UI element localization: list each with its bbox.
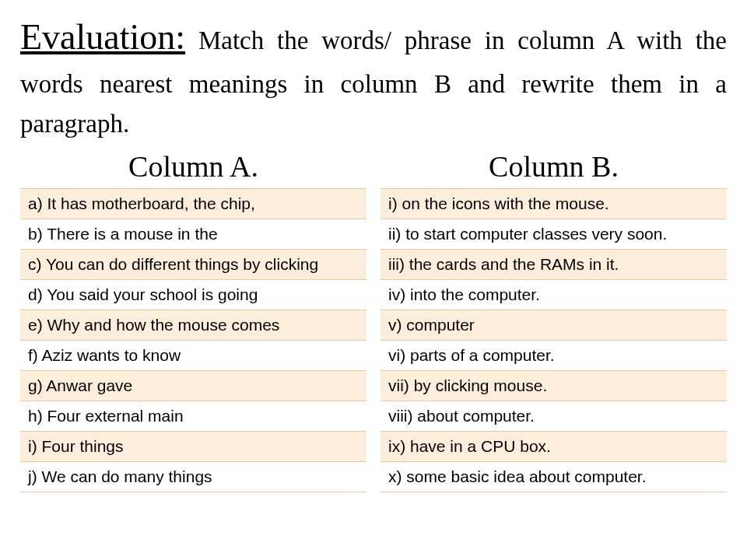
list-item: ix) have in a CPU box.: [381, 432, 727, 462]
list-item: f) Aziz wants to know: [20, 341, 366, 371]
list-item: g) Anwar gave: [20, 371, 366, 401]
list-item: a) It has motherboard, the chip,: [20, 189, 366, 219]
column-a-list: a) It has motherboard, the chip, b) Ther…: [20, 188, 366, 492]
list-item: i) on the icons with the mouse.: [381, 189, 727, 219]
list-item: ii) to start computer classes very soon.: [381, 219, 727, 250]
list-item: iv) into the computer.: [381, 280, 727, 310]
list-item: viii) about computer.: [381, 401, 727, 432]
instruction-paragraph: Evaluation: Match the words/ phrase in c…: [20, 9, 727, 145]
list-item: i) Four things: [20, 432, 366, 462]
column-b-heading: Column B.: [381, 149, 727, 184]
list-item: b) There is a mouse in the: [20, 219, 366, 250]
list-item: v) computer: [381, 310, 727, 341]
list-item: vii) by clicking mouse.: [381, 371, 727, 401]
columns-container: a) It has motherboard, the chip, b) Ther…: [20, 188, 727, 492]
column-a-heading: Column A.: [20, 149, 366, 184]
list-item: iii) the cards and the RAMs in it.: [381, 250, 727, 280]
list-item: h) Four external main: [20, 401, 366, 432]
list-item: e) Why and how the mouse comes: [20, 310, 366, 341]
list-item: j) We can do many things: [20, 462, 366, 492]
list-item: x) some basic idea about computer.: [381, 462, 727, 492]
evaluation-label: Evaluation:: [20, 17, 185, 57]
list-item: vi) parts of a computer.: [381, 341, 727, 371]
list-item: c) You can do different things by clicki…: [20, 250, 366, 280]
column-headings: Column A. Column B.: [20, 149, 727, 184]
list-item: d) You said your school is going: [20, 280, 366, 310]
column-b-list: i) on the icons with the mouse. ii) to s…: [381, 188, 727, 492]
